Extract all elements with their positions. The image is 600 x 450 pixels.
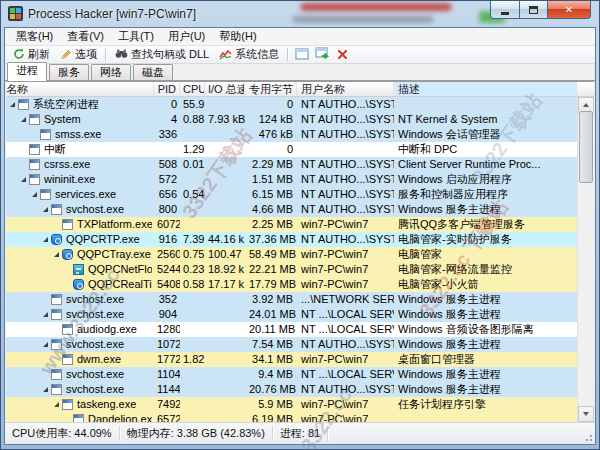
process-row-svchost-exe[interactable]: svchost.exe11049.4 MBNT ...\LOCAL SERVIC… (6, 367, 577, 382)
tree-expand-icon[interactable] (21, 117, 26, 122)
process-row-qqpcrtp-exe[interactable]: QQPCRTP.exe9167.3944.16 k...37.36 MBNT A… (6, 232, 577, 247)
tree-expand-icon[interactable] (43, 237, 48, 242)
tree-expand-icon[interactable] (10, 102, 15, 107)
process-row--[interactable]: 系统空闲进程055.910NT AUTHO...\SYSTEM (6, 97, 577, 112)
resize-grip[interactable] (582, 431, 594, 443)
column-header-desc[interactable]: 描述 (394, 82, 577, 96)
cell-priv: 0 (245, 142, 297, 157)
cell-cpu: 0.01 (180, 157, 205, 172)
tree-expand-icon[interactable] (21, 177, 26, 182)
cell-desc: Windows 服务主进程 (394, 292, 577, 307)
process-row-svchost-exe[interactable]: svchost.exe90424.01 MBNT ...\LOCAL SERVI… (6, 307, 577, 322)
column-header-cpu[interactable]: CPU (180, 82, 205, 96)
find-handles-icon (115, 48, 131, 62)
cell-desc: Client Server Runtime Proc... (394, 157, 577, 172)
process-row-csrss-exe[interactable]: csrss.exe5080.012.29 MBNT AUTHO...\SYSTE… (6, 157, 577, 172)
cell-priv: 37.36 MB (245, 232, 297, 247)
process-row-svchost-exe[interactable]: svchost.exe114420.76 MBNT AUTHO...\SYSTE… (6, 382, 577, 397)
status-bar: CPU使用率: 44.09% 物理内存: 3.38 GB (42.83%) 进程… (5, 422, 595, 444)
process-row-txplatform-exe[interactable]: TXPlatform.exe60722.25 MBwin7-PC\win7腾讯Q… (6, 217, 577, 232)
exit-button[interactable] (332, 47, 352, 63)
window-arrow-button[interactable] (312, 47, 332, 63)
process-row-wininit-exe[interactable]: wininit.exe5721.51 MBNT AUTHO...\SYSTEMW… (6, 172, 577, 187)
status-cpu-usage: CPU使用率: 44.09% (5, 426, 120, 441)
process-row-taskeng-exe[interactable]: taskeng.exe74925.9 MBwin7-PC\win7任务计划程序引… (6, 397, 577, 412)
qq-guard-shield-icon (51, 234, 62, 245)
cell-user: win7-PC\win7 (297, 262, 394, 277)
window-button[interactable] (292, 47, 312, 63)
process-window-icon (51, 309, 62, 320)
tree-expand-icon[interactable] (32, 192, 37, 197)
cell-priv: 0 (245, 97, 297, 112)
process-window-icon (51, 369, 62, 380)
process-table: 名称PIDCPUI/O 总速...专用字节用户名称描述 系统空闲进程055.91… (6, 81, 594, 422)
process-row-svchost-exe[interactable]: svchost.exe10727.54 MBNT AUTHO...\SYSTEM… (6, 337, 577, 352)
cell-name: QQPCTray.exe (6, 247, 154, 262)
menu-item-3[interactable]: 用户(U) (161, 28, 212, 45)
toolbar-button-1[interactable]: 选项 (55, 47, 102, 63)
menu-item-1[interactable]: 查看(V) (60, 28, 111, 45)
process-name: svchost.exe (66, 292, 124, 307)
toolbar-button-3[interactable]: 系统信息 (214, 47, 284, 63)
cell-priv: 2.29 MB (245, 157, 297, 172)
column-header-io[interactable]: I/O 总速... (205, 82, 245, 96)
maximize-button[interactable] (519, 1, 548, 19)
options-icon (60, 48, 75, 62)
toolbar-button-0[interactable]: 刷新 (8, 47, 55, 63)
tree-expand-icon[interactable] (43, 387, 48, 392)
process-row-qqpcrealti-[interactable]: QQPCRealTi...54080.5817.17 k...17.79 MBw… (6, 277, 577, 292)
cell-pid: 4 (154, 112, 180, 127)
process-row-smss-exe[interactable]: smss.exe336476 kBNT AUTHO...\SYSTEMWindo… (6, 127, 577, 142)
cell-pid: 1280 (154, 322, 180, 337)
cell-priv: 4.66 MB (245, 202, 297, 217)
vertical-scrollbar[interactable] (577, 97, 594, 422)
cell-pid: 916 (154, 232, 180, 247)
scroll-down-button[interactable] (578, 406, 594, 422)
cell-cpu: 0.58 (180, 277, 205, 292)
process-row-qqpctray-exe[interactable]: QQPCTray.exe25600.75100.47 k...58.49 MBw… (6, 247, 577, 262)
cell-user: NT AUTHO...\SYSTEM (297, 187, 394, 202)
close-button[interactable]: ✕ (547, 1, 591, 19)
tree-expand-icon[interactable] (43, 342, 48, 347)
cell-name: wininit.exe (6, 172, 154, 187)
process-row-services-exe[interactable]: services.exe6560.546.15 MBNT AUTHO...\SY… (6, 187, 577, 202)
toolbar-button-2[interactable]: 查找句柄或 DLL (110, 47, 214, 63)
title-bar[interactable]: Process Hacker [win7-PC\win7] ✕ (1, 1, 599, 27)
toolbar-button-label: 选项 (75, 47, 97, 62)
tree-expand-icon[interactable] (43, 207, 48, 212)
process-row-svchost-exe[interactable]: svchost.exe8004.66 MBNT AUTHO...\SYSTEMW… (6, 202, 577, 217)
process-row-audiodg-exe[interactable]: audiodg.exe128020.11 MBNT ...\LOCAL SERV… (6, 322, 577, 337)
cell-priv: 3.92 MB (245, 292, 297, 307)
cell-cpu: 55.91 (180, 97, 205, 112)
process-row-dandelion-exe[interactable]: Dandelion.exe65726.19 MBwin7-PC\win7 (6, 412, 577, 422)
scrollbar-thumb[interactable] (579, 111, 593, 183)
tab-磁盘[interactable]: 磁盘 (133, 64, 173, 81)
tree-expand-icon[interactable] (54, 402, 59, 407)
process-name: Dandelion.exe (88, 412, 152, 422)
window-icon (295, 46, 309, 64)
tree-expand-icon[interactable] (54, 252, 59, 257)
cell-name: QQPCRealTi... (6, 277, 154, 292)
status-process-count: 进程: 81 (273, 426, 328, 441)
process-window-icon (51, 384, 62, 395)
process-row--[interactable]: 中断1.290中断和 DPC (6, 142, 577, 157)
process-row-qqpcnetflo-[interactable]: QQPCNetFlo...52440.2318.92 k...22.21 MBw… (6, 262, 577, 277)
column-header-user[interactable]: 用户名称 (297, 82, 394, 96)
menu-item-0[interactable]: 黑客(H) (9, 28, 60, 45)
menu-item-4[interactable]: 帮助(H) (212, 28, 263, 45)
blurred-ad-text (301, 3, 451, 11)
cell-priv: 17.79 MB (245, 277, 297, 292)
tab-服务[interactable]: 服务 (49, 64, 89, 81)
process-row-svchost-exe[interactable]: svchost.exe3523.92 MB...\NETWORK SERVICE… (6, 292, 577, 307)
column-header-name[interactable]: 名称 (6, 82, 154, 96)
tab-网络[interactable]: 网络 (91, 64, 131, 81)
tree-expand-icon[interactable] (43, 312, 48, 317)
column-header-pid[interactable]: PID (154, 82, 180, 96)
process-row-system[interactable]: System40.887.93 kB/s124 kBNT AUTHO...\SY… (6, 112, 577, 127)
process-row-dwm-exe[interactable]: dwm.exe17721.8234.1 MBwin7-PC\win7桌面窗口管理… (6, 352, 577, 367)
minimize-button[interactable] (490, 1, 520, 19)
cell-user: NT AUTHO...\SYSTEM (297, 112, 394, 127)
menu-item-2[interactable]: 工具(T) (111, 28, 161, 45)
tab-进程[interactable]: 进程 (7, 62, 47, 81)
column-header-priv[interactable]: 专用字节 (245, 82, 297, 96)
